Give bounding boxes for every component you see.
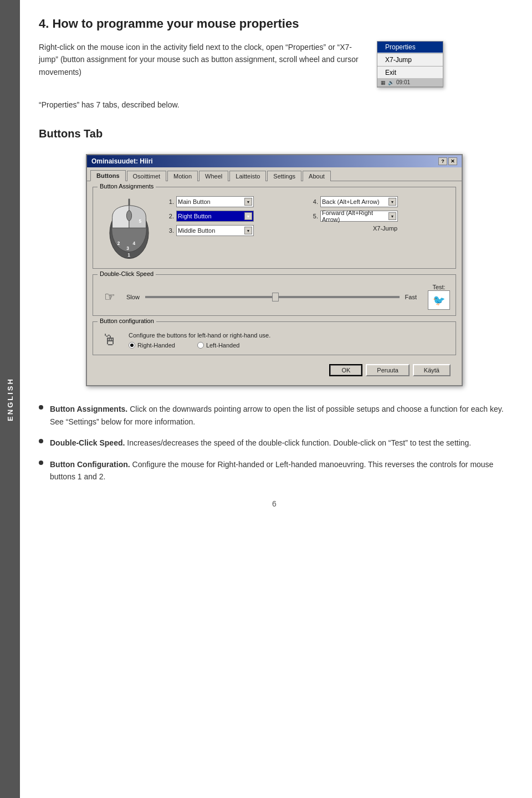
tab-motion[interactable]: Motion <box>167 171 198 181</box>
assignment-row-5: 5. Forward (Alt+Right Arrow) ▼ <box>309 211 450 222</box>
button-assignments-group: Button Assignments <box>93 187 456 269</box>
slow-label: Slow <box>126 294 140 300</box>
bullet-text-2: Double-Click Speed. Increases/decreases … <box>50 437 510 449</box>
hand-icon: ☞ <box>99 290 121 304</box>
slider-track <box>145 296 400 298</box>
dialog-tabs: Buttons Osoittimet Motion Wheel Laitteis… <box>87 167 462 181</box>
assignment-label-5: Forward (Alt+Right Arrow) <box>322 209 388 223</box>
bullet-dot-3 <box>39 461 43 465</box>
radio-row: Right-Handed Left-Handed <box>129 342 270 349</box>
context-menu-mockup: Properties X7-Jump Exit ▦ 🔊 09:01 <box>377 41 443 88</box>
help-button[interactable]: ? <box>438 157 447 165</box>
config-mouse-icon: 🖱 <box>99 331 121 349</box>
tab-laitteisto[interactable]: Laitteisto <box>229 171 266 181</box>
bullet-title-3: Button Configuration. <box>50 460 130 469</box>
tab-settings[interactable]: Settings <box>267 171 301 181</box>
close-button[interactable]: ✕ <box>448 157 457 165</box>
bullet-text-3: Button Configuration. Configure the mous… <box>50 458 510 483</box>
assignment-row-2: 2. Right Button ▼ <box>165 211 306 222</box>
assignment-num-5: 5. <box>309 213 318 219</box>
select-arrow-3: ▼ <box>244 227 252 234</box>
double-click-group: Double-Click Speed ☞ Slow Fast Test: 🐦 <box>93 274 456 316</box>
dialog-content: Button Assignments <box>87 181 462 385</box>
button-config-group: Button configuration 🖱 Configure the but… <box>93 321 456 355</box>
assignment-row-1: 1. Main Button ▼ <box>165 196 306 207</box>
radio-right-handed[interactable]: Right-Handed <box>129 342 175 349</box>
svg-text:1: 1 <box>127 252 130 258</box>
bullet-item-1: Button Assignments. Click on the downwar… <box>39 403 510 428</box>
select-arrow-5: ▼ <box>388 212 396 220</box>
assignment-label-2: Right Button <box>178 213 212 219</box>
dialog-title: Ominaisuudet: Hiiri <box>91 157 153 165</box>
assignment-columns: 1. Main Button ▼ 2. <box>165 196 450 239</box>
assignment-row-3: 3. Middle Button ▼ <box>165 225 306 236</box>
select-arrow-4: ▼ <box>388 198 396 206</box>
tab-about[interactable]: About <box>303 171 331 181</box>
tab-wheel[interactable]: Wheel <box>199 171 228 181</box>
button-assignments-label: Button Assignments <box>98 183 156 190</box>
double-click-label: Double-Click Speed <box>98 270 156 277</box>
taskbar-area: ▦ 🔊 09:01 <box>377 78 443 87</box>
speed-row: ☞ Slow Fast Test: 🐦 <box>99 284 450 310</box>
dialog-action-buttons: OK Peruuta Käytä <box>93 361 456 380</box>
bullet-dot-2 <box>39 439 43 443</box>
assignment-select-3[interactable]: Middle Button ▼ <box>176 225 254 236</box>
left-handed-label: Left-Handed <box>206 342 240 349</box>
speed-slider[interactable] <box>145 291 400 303</box>
left-handed-radio[interactable] <box>197 342 204 349</box>
select-arrow-2: ▼ <box>244 212 252 220</box>
x7jump-label: X7-Jump <box>309 225 450 232</box>
assignment-num-4: 4. <box>309 198 318 205</box>
dialog-titlebar: Ominaisuudet: Hiiri ? ✕ <box>87 155 462 167</box>
bullet-title-2: Double-Click Speed. <box>50 438 125 447</box>
radio-left-handed[interactable]: Left-Handed <box>197 342 240 349</box>
test-label: Test: <box>432 284 445 290</box>
apply-button[interactable]: Käytä <box>413 364 451 376</box>
svg-point-2 <box>126 211 131 221</box>
svg-text:4: 4 <box>132 241 135 246</box>
mouse-illustration: 2 3 4 1 5 <box>99 196 160 263</box>
mouse-svg: 2 3 4 1 5 <box>99 196 160 263</box>
assignment-select-5[interactable]: Forward (Alt+Right Arrow) ▼ <box>320 211 398 222</box>
svg-text:5: 5 <box>139 218 142 224</box>
cancel-button[interactable]: Peruuta <box>366 364 410 376</box>
ok-button[interactable]: OK <box>329 364 362 376</box>
context-menu-exit: Exit <box>377 67 443 78</box>
tab-buttons[interactable]: Buttons <box>90 170 126 181</box>
config-options: Configure the buttons for left-hand or r… <box>129 332 270 349</box>
assignments-left-col: 1. Main Button ▼ 2. <box>165 196 306 239</box>
right-handed-label: Right-Handed <box>137 342 175 349</box>
assignment-select-4[interactable]: Back (Alt+Left Arrow) ▼ <box>320 196 398 207</box>
slider-thumb <box>272 293 279 301</box>
bullet-item-2: Double-Click Speed. Increases/decreases … <box>39 437 510 449</box>
select-arrow-1: ▼ <box>244 198 252 206</box>
properties-note: “Properties” has 7 tabs, described below… <box>39 99 510 111</box>
section-heading: 4. How to programme your mouse propertie… <box>39 17 510 31</box>
assignment-row-4: 4. Back (Alt+Left Arrow) ▼ <box>309 196 450 207</box>
language-label: ENGLISH <box>6 377 14 421</box>
config-row: 🖱 Configure the buttons for left-hand or… <box>99 331 450 349</box>
config-description: Configure the buttons for left-hand or r… <box>129 332 270 339</box>
assignment-num-1: 1. <box>165 198 174 205</box>
bullet-list: Button Assignments. Click on the downwar… <box>39 403 510 483</box>
assignment-num-3: 3. <box>165 227 174 234</box>
subsection-heading: Buttons Tab <box>39 127 510 140</box>
titlebar-buttons: ? ✕ <box>438 157 457 165</box>
test-box[interactable]: 🐦 <box>428 290 450 310</box>
context-menu-x7jump: X7-Jump <box>377 54 443 65</box>
assignment-num-2: 2. <box>165 213 174 219</box>
assignments-right-col: 4. Back (Alt+Left Arrow) ▼ 5. <box>309 196 450 239</box>
svg-text:3: 3 <box>126 245 129 251</box>
context-menu-divider2 <box>377 66 443 66</box>
bullet-item-3: Button Configuration. Configure the mous… <box>39 458 510 483</box>
bullet-dot-1 <box>39 405 43 410</box>
intro-paragraph: Right-click on the mouse icon in the act… <box>39 41 360 78</box>
assignment-select-1[interactable]: Main Button ▼ <box>176 196 254 207</box>
assignment-select-2[interactable]: Right Button ▼ <box>176 211 254 222</box>
assignment-label-4: Back (Alt+Left Arrow) <box>322 198 380 205</box>
right-handed-radio[interactable] <box>129 342 135 349</box>
tab-osoittimet[interactable]: Osoittimet <box>127 171 167 181</box>
context-menu-divider <box>377 53 443 54</box>
properties-dialog: Ominaisuudet: Hiiri ? ✕ Buttons Osoittim… <box>86 154 463 386</box>
button-assignments-area: 2 3 4 1 5 1. <box>99 196 450 263</box>
